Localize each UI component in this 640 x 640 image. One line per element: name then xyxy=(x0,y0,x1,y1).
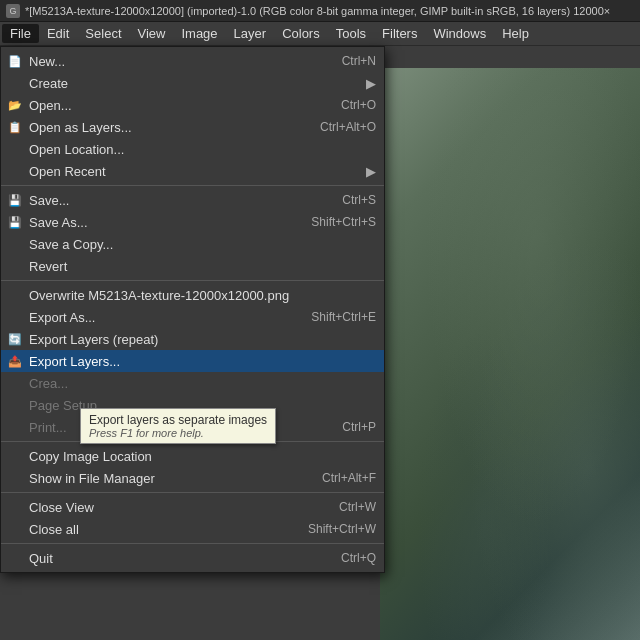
menu-filters[interactable]: Filters xyxy=(374,24,425,43)
save-icon: 💾 xyxy=(7,192,23,208)
menu-item-save-copy-label: Save a Copy... xyxy=(29,237,113,252)
menu-item-save-label: Save... xyxy=(29,193,69,208)
open-recent-arrow-icon: ▶ xyxy=(366,164,376,179)
tooltip: Export layers as separate images Press F… xyxy=(80,408,276,444)
menu-item-open-as-layers-label: Open as Layers... xyxy=(29,120,132,135)
menu-item-open-recent[interactable]: Open Recent ▶ xyxy=(1,160,384,182)
tooltip-main-text: Export layers as separate images xyxy=(89,413,267,427)
menu-item-show-in-file-manager[interactable]: Show in File Manager Ctrl+Alt+F xyxy=(1,467,384,489)
create-arrow-icon: ▶ xyxy=(366,76,376,91)
menu-item-open-as-layers[interactable]: 📋 Open as Layers... Ctrl+Alt+O xyxy=(1,116,384,138)
open-as-layers-icon: 📋 xyxy=(7,119,23,135)
separator-5 xyxy=(1,543,384,544)
menu-item-save[interactable]: 💾 Save... Ctrl+S xyxy=(1,189,384,211)
menu-item-open-location-label: Open Location... xyxy=(29,142,124,157)
menu-item-open-location[interactable]: Open Location... xyxy=(1,138,384,160)
menu-tools[interactable]: Tools xyxy=(328,24,374,43)
menu-item-close-all[interactable]: Close all Shift+Ctrl+W xyxy=(1,518,384,540)
menu-item-revert-label: Revert xyxy=(29,259,67,274)
menu-item-export-as[interactable]: Export As... Shift+Ctrl+E xyxy=(1,306,384,328)
menu-item-overwrite[interactable]: Overwrite M5213A-texture-12000x12000.png xyxy=(1,284,384,306)
menu-item-create-label: Create xyxy=(29,76,68,91)
separator-1 xyxy=(1,185,384,186)
open-icon: 📂 xyxy=(7,97,23,113)
menu-item-copy-image-location[interactable]: Copy Image Location xyxy=(1,445,384,467)
menu-item-save-as-label: Save As... xyxy=(29,215,88,230)
menu-help[interactable]: Help xyxy=(494,24,537,43)
menu-file[interactable]: File xyxy=(2,24,39,43)
menu-item-export-layers-repeat[interactable]: 🔄 Export Layers (repeat) xyxy=(1,328,384,350)
menu-item-save-as-shortcut: Shift+Ctrl+S xyxy=(291,215,376,229)
menu-item-open-recent-label: Open Recent xyxy=(29,164,106,179)
menu-item-show-in-file-manager-shortcut: Ctrl+Alt+F xyxy=(302,471,376,485)
menu-item-close-view-label: Close View xyxy=(29,500,94,515)
menu-item-open[interactable]: 📂 Open... Ctrl+O xyxy=(1,94,384,116)
menu-edit[interactable]: Edit xyxy=(39,24,77,43)
menu-item-close-view[interactable]: Close View Ctrl+W xyxy=(1,496,384,518)
menu-item-print-label: Print... xyxy=(29,420,67,435)
menu-layer[interactable]: Layer xyxy=(226,24,275,43)
menu-image[interactable]: Image xyxy=(173,24,225,43)
menu-item-export-layers-repeat-label: Export Layers (repeat) xyxy=(29,332,158,347)
menu-bar: File Edit Select View Image Layer Colors… xyxy=(0,22,640,46)
menu-item-create-template: Crea... xyxy=(1,372,384,394)
menu-colors[interactable]: Colors xyxy=(274,24,328,43)
menu-item-show-in-file-manager-label: Show in File Manager xyxy=(29,471,155,486)
separator-2 xyxy=(1,280,384,281)
menu-item-overwrite-label: Overwrite M5213A-texture-12000x12000.png xyxy=(29,288,289,303)
export-layers-icon: 📤 xyxy=(7,353,23,369)
menu-item-close-all-label: Close all xyxy=(29,522,79,537)
menu-windows[interactable]: Windows xyxy=(425,24,494,43)
menu-item-open-as-layers-shortcut: Ctrl+Alt+O xyxy=(300,120,376,134)
menu-item-quit-label: Quit xyxy=(29,551,53,566)
menu-item-new[interactable]: 📄 New... Ctrl+N xyxy=(1,50,384,72)
app-icon: G xyxy=(6,4,20,18)
menu-item-close-all-shortcut: Shift+Ctrl+W xyxy=(288,522,376,536)
menu-item-export-layers[interactable]: 📤 Export Layers... xyxy=(1,350,384,372)
menu-item-save-as[interactable]: 💾 Save As... Shift+Ctrl+S xyxy=(1,211,384,233)
title-bar: G *[M5213A-texture-12000x12000] (importe… xyxy=(0,0,640,22)
title-text: *[M5213A-texture-12000x12000] (imported)… xyxy=(25,5,610,17)
menu-item-export-layers-label: Export Layers... xyxy=(29,354,120,369)
new-icon: 📄 xyxy=(7,53,23,69)
menu-item-new-shortcut: Ctrl+N xyxy=(322,54,376,68)
menu-item-open-shortcut: Ctrl+O xyxy=(321,98,376,112)
menu-item-create-template-label: Crea... xyxy=(29,376,68,391)
menu-item-close-view-shortcut: Ctrl+W xyxy=(319,500,376,514)
save-as-icon: 💾 xyxy=(7,214,23,230)
menu-item-revert[interactable]: Revert xyxy=(1,255,384,277)
file-menu-dropdown: 📄 New... Ctrl+N Create ▶ 📂 Open... Ctrl+… xyxy=(0,46,385,573)
menu-item-save-copy[interactable]: Save a Copy... xyxy=(1,233,384,255)
menu-item-quit-shortcut: Ctrl+Q xyxy=(321,551,376,565)
menu-select[interactable]: Select xyxy=(77,24,129,43)
menu-item-new-label: New... xyxy=(29,54,65,69)
menu-item-create[interactable]: Create ▶ xyxy=(1,72,384,94)
menu-item-print-shortcut: Ctrl+P xyxy=(322,420,376,434)
tooltip-hint-text: Press F1 for more help. xyxy=(89,427,267,439)
menu-item-copy-image-location-label: Copy Image Location xyxy=(29,449,152,464)
separator-4 xyxy=(1,492,384,493)
menu-item-open-label: Open... xyxy=(29,98,72,113)
menu-view[interactable]: View xyxy=(130,24,174,43)
menu-item-export-as-shortcut: Shift+Ctrl+E xyxy=(291,310,376,324)
menu-item-quit[interactable]: Quit Ctrl+Q xyxy=(1,547,384,569)
menu-item-save-shortcut: Ctrl+S xyxy=(322,193,376,207)
menu-item-export-as-label: Export As... xyxy=(29,310,95,325)
export-layers-repeat-icon: 🔄 xyxy=(7,331,23,347)
canvas-image xyxy=(380,68,640,640)
